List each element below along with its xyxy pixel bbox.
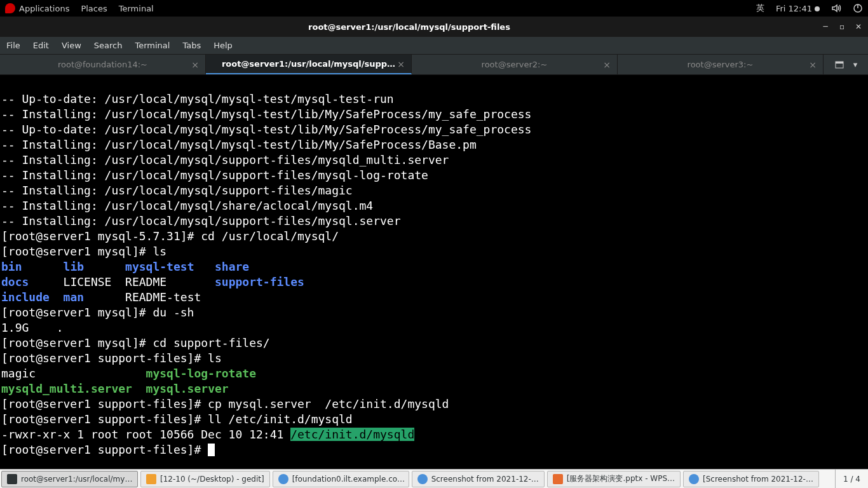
tab-menu-icon[interactable]: ▾ <box>853 60 858 69</box>
svg-rect-3 <box>836 62 843 64</box>
menubar: File Edit View Search Terminal Tabs Help <box>0 37 868 55</box>
tabbar: root@foundation14:~ × root@server1:/usr/… <box>0 55 868 75</box>
menu-help[interactable]: Help <box>214 41 233 50</box>
wps-icon <box>553 474 563 484</box>
places-menu[interactable]: Places <box>81 4 107 13</box>
task-gedit[interactable]: [12-10 (~/Desktop) - gedit] <box>140 471 270 487</box>
task-label: Screenshot from 2021-12-… <box>431 475 539 484</box>
minimize-button[interactable]: ─ <box>821 22 830 31</box>
tab-label: root@server3:~ <box>688 60 754 69</box>
task-foundation0[interactable]: [foundation0.ilt.example.co… <box>273 471 409 487</box>
tab-label: root@foundation14:~ <box>58 60 147 69</box>
menu-terminal[interactable]: Terminal <box>135 41 170 50</box>
prompt: [root@server1 support-files]# <box>1 443 208 456</box>
task-wps[interactable]: [服务器架构演变.pptx - WPS… <box>547 471 681 487</box>
task-screenshot1[interactable]: Screenshot from 2021-12-… <box>412 471 545 487</box>
tab-close-icon[interactable]: × <box>603 60 611 70</box>
cursor <box>208 444 215 456</box>
menu-tabs[interactable]: Tabs <box>182 41 201 50</box>
activities-logo[interactable]: Applications <box>5 3 69 13</box>
workspace-indicator[interactable]: 1 / 4 <box>835 470 868 488</box>
clock[interactable]: Fri 12:41 <box>776 4 820 13</box>
image-viewer-icon <box>417 474 428 484</box>
ime-indicator[interactable]: 英 <box>756 3 764 14</box>
prompt: [root@server1 mysql]# <box>1 245 153 258</box>
task-screenshot2[interactable]: [Screenshot from 2021-12-… <box>683 471 819 487</box>
menu-search[interactable]: Search <box>94 41 123 50</box>
prompt: [root@server1 mysql]# <box>1 306 153 319</box>
menu-file[interactable]: File <box>6 41 20 50</box>
task-label: [12-10 (~/Desktop) - gedit] <box>160 475 264 484</box>
new-tab-icon[interactable] <box>834 60 844 70</box>
prompt: [root@server1 mysql]# <box>1 336 153 349</box>
power-icon[interactable] <box>853 3 863 13</box>
window-titlebar: root@server1:/usr/local/mysql/support-fi… <box>0 17 868 37</box>
tab-label: root@server2:~ <box>482 60 548 69</box>
tab-server3[interactable]: root@server3:~ × <box>618 55 824 74</box>
task-label: [Screenshot from 2021-12-… <box>703 475 813 484</box>
menu-edit[interactable]: Edit <box>33 41 49 50</box>
image-viewer-icon <box>689 474 699 484</box>
tab-close-icon[interactable]: × <box>397 59 405 69</box>
prompt: [root@server1 mysql-5.7.31]# <box>1 229 201 243</box>
terminal-icon <box>7 474 17 484</box>
close-button[interactable]: ✕ <box>854 22 863 31</box>
tab-server1[interactable]: root@server1:/usr/local/mysql/supp… × <box>206 55 412 74</box>
gnome-topbar: Applications Places Terminal 英 Fri 12:41 <box>0 0 868 17</box>
applications-menu[interactable]: Applications <box>19 4 69 13</box>
tab-label: root@server1:/usr/local/mysql/supp… <box>222 59 395 69</box>
window-title: root@server1:/usr/local/mysql/support-fi… <box>5 22 813 32</box>
active-app-label[interactable]: Terminal <box>119 4 154 13</box>
task-label: [foundation0.ilt.example.co… <box>292 475 405 484</box>
prompt: [root@server1 support-files]# <box>1 351 208 365</box>
task-label: [服务器架构演变.pptx - WPS… <box>567 473 675 484</box>
task-label: root@server1:/usr/local/my… <box>21 475 132 484</box>
task-terminal[interactable]: root@server1:/usr/local/my… <box>1 471 138 487</box>
redhat-icon <box>5 3 15 13</box>
tab-close-icon[interactable]: × <box>809 60 817 70</box>
taskbar: root@server1:/usr/local/my… [12-10 (~/De… <box>0 469 868 488</box>
menu-view[interactable]: View <box>62 41 81 50</box>
maximize-button[interactable]: ▫ <box>837 22 846 31</box>
terminal-output[interactable]: -- Up-to-date: /usr/local/mysql/mysql-te… <box>0 75 868 469</box>
app-icon <box>278 474 288 484</box>
volume-icon[interactable] <box>831 3 841 13</box>
gedit-icon <box>146 474 156 484</box>
prompt: [root@server1 support-files]# <box>1 397 208 410</box>
prompt: [root@server1 support-files]# <box>1 412 208 426</box>
tab-close-icon[interactable]: × <box>191 60 199 70</box>
tab-server2[interactable]: root@server2:~ × <box>412 55 618 74</box>
workspace-label: 1 / 4 <box>843 475 860 484</box>
tab-foundation14[interactable]: root@foundation14:~ × <box>0 55 206 74</box>
